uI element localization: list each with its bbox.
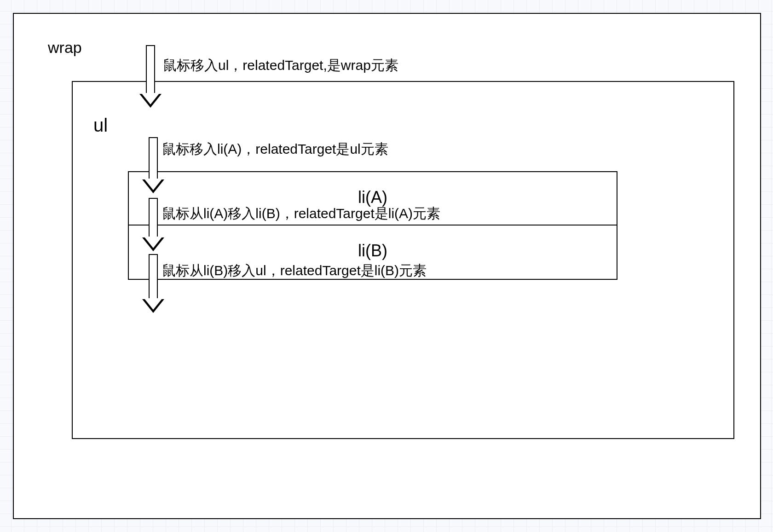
diagram-canvas: wrap ul li(A) li(B) 鼠标移入ul，relatedTarget… bbox=[13, 13, 761, 519]
ul-label: ul bbox=[93, 115, 108, 136]
li-b-label: li(B) bbox=[358, 241, 387, 260]
annotation-li-a-to-li-b: 鼠标从li(A)移入li(B)，relatedTarget是li(A)元素 bbox=[162, 204, 440, 223]
li-a-label: li(A) bbox=[358, 188, 387, 207]
annotation-li-b-to-ul: 鼠标从li(B)移入ul，relatedTarget是li(B)元素 bbox=[162, 261, 427, 280]
wrap-label: wrap bbox=[48, 39, 82, 57]
annotation-enter-li-a: 鼠标移入li(A)，relatedTarget是ul元素 bbox=[162, 140, 388, 159]
annotation-enter-ul: 鼠标移入ul，relatedTarget,是wrap元素 bbox=[163, 56, 398, 75]
